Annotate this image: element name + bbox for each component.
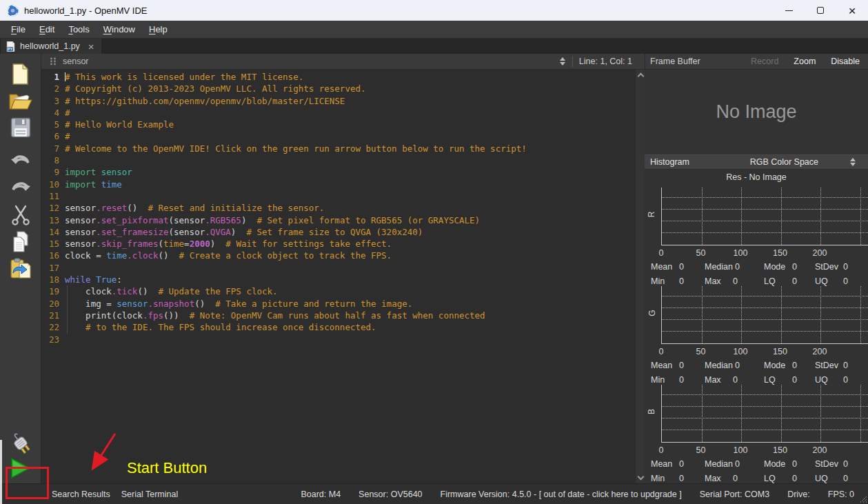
stat-cell: Min0 xyxy=(651,474,705,483)
color-space-spinner-icon[interactable] xyxy=(850,158,856,166)
status-sensor[interactable]: Sensor: OV5640 xyxy=(359,490,422,499)
editor-scrollbar[interactable] xyxy=(635,70,645,483)
disable-button[interactable]: Disable xyxy=(831,57,860,66)
line-col-indicator: Line: 1, Col: 1 xyxy=(579,57,632,66)
code-line: 13sensor.set_pixformat(sensor.RGB565) # … xyxy=(41,214,635,226)
window-title: helloworld_1.py - OpenMV IDE xyxy=(24,6,147,16)
code-text: clock.tick() # Update the FPS clock. xyxy=(65,285,278,297)
copy-icon xyxy=(11,231,30,253)
histogram-plot xyxy=(661,385,868,443)
gridline xyxy=(781,286,782,343)
search-results-button[interactable]: Search Results xyxy=(52,490,110,499)
stat-label: Mean xyxy=(651,459,677,469)
gridline xyxy=(702,286,703,343)
frame-buffer-view: No Image xyxy=(645,70,868,154)
stat-cell: LQ0 xyxy=(764,474,815,483)
cut-button[interactable] xyxy=(7,203,34,227)
line-number: 16 xyxy=(41,250,59,261)
menu-tools[interactable]: Tools xyxy=(61,22,96,37)
code-line: 9import sensor xyxy=(41,166,635,178)
gridline xyxy=(662,430,868,430)
resize-grip[interactable] xyxy=(860,496,867,503)
histogram-header: Histogram RGB Color Space xyxy=(645,154,868,170)
frame-buffer-title: Frame Buffer xyxy=(650,57,700,66)
code-text: # Hello World Example xyxy=(65,119,174,130)
gridline xyxy=(702,385,703,442)
histogram-resolution: Res - No Image xyxy=(645,170,868,185)
current-symbol-dropdown[interactable]: sensor xyxy=(63,57,89,66)
gridline xyxy=(662,232,868,233)
code-editor[interactable]: 1# This work is licensed under the MIT l… xyxy=(41,70,645,483)
code-line: 1# This work is licensed under the MIT l… xyxy=(41,71,635,83)
maximize-button[interactable] xyxy=(805,0,836,21)
stat-label: StDev xyxy=(815,262,841,272)
save-file-button[interactable] xyxy=(7,116,34,139)
openmv-logo-icon xyxy=(7,5,19,17)
stat-label: Median xyxy=(705,262,733,272)
stat-label: LQ xyxy=(764,474,790,483)
stat-label: Mean xyxy=(651,361,677,370)
gridline xyxy=(820,385,821,442)
symbol-spinner-icon[interactable] xyxy=(560,57,565,65)
line-number: 6 xyxy=(41,130,59,142)
stat-value: 0 xyxy=(792,459,797,469)
frame-buffer-header: Frame Buffer Record Zoom Disable xyxy=(645,54,868,69)
copy-button[interactable] xyxy=(7,230,34,254)
tab-close-icon[interactable]: × xyxy=(88,41,94,52)
stat-value: 0 xyxy=(792,474,797,483)
status-firmware[interactable]: Firmware Version: 4.5.0 - [ out of date … xyxy=(441,490,682,499)
status-board[interactable]: Board: M4 xyxy=(301,490,341,499)
zoom-button[interactable]: Zoom xyxy=(794,57,816,66)
scroll-down-icon[interactable] xyxy=(637,474,644,481)
code-line: 22 # to the IDE. The FPS should increase… xyxy=(41,321,635,333)
stat-cell: Mean0 xyxy=(651,361,705,370)
paste-button[interactable] xyxy=(7,257,34,281)
x-tick-label: 100 xyxy=(734,445,748,455)
menu-edit[interactable]: Edit xyxy=(32,22,61,37)
line-number: 10 xyxy=(41,179,59,190)
stat-label: Mode xyxy=(764,459,790,469)
x-tick-label: 200 xyxy=(813,248,827,258)
line-number: 13 xyxy=(41,214,59,226)
line-number: 23 xyxy=(41,334,59,345)
x-tick-label: 150 xyxy=(773,347,787,356)
menu-help[interactable]: Help xyxy=(142,22,174,37)
status-drive[interactable]: Drive: xyxy=(787,490,810,499)
plug-icon xyxy=(8,430,33,456)
gridline xyxy=(860,286,861,343)
serial-terminal-button[interactable]: Serial Terminal xyxy=(121,490,178,499)
new-file-button[interactable] xyxy=(7,62,34,85)
redo-button[interactable] xyxy=(7,177,34,200)
code-line: 11 xyxy=(41,190,635,202)
x-tick-label: 50 xyxy=(696,445,706,455)
histogram-channel-g: G050100150200Mean0Median0Mode0StDev0Min0… xyxy=(645,283,868,382)
x-tick-label: 0 xyxy=(659,445,664,455)
open-file-button[interactable] xyxy=(7,89,34,112)
tab-helloworld[interactable]: PY helloworld_1.py × xyxy=(1,39,101,54)
x-axis-ticks: 050100150200 xyxy=(661,445,868,456)
toolbar-divider xyxy=(572,57,573,67)
connect-button[interactable] xyxy=(7,432,34,455)
code-text: # Copyright (c) 2013-2023 OpenMV LLC. Al… xyxy=(65,83,366,94)
minimize-button[interactable] xyxy=(773,0,805,21)
gridline xyxy=(662,319,868,320)
menu-file[interactable]: File xyxy=(4,22,32,37)
x-axis-ticks: 050100150200 xyxy=(661,248,868,259)
code-text: # This work is licensed under the MIT li… xyxy=(65,71,303,83)
scroll-up-icon[interactable] xyxy=(637,73,644,80)
line-number: 5 xyxy=(41,119,59,130)
stat-label: UQ xyxy=(815,474,841,483)
menu-window[interactable]: Window xyxy=(97,22,142,37)
histogram-channel-b: B050100150200Mean0Median0Mode0StDev0Min0… xyxy=(645,382,868,481)
code-text: # to the IDE. The FPS should increase on… xyxy=(65,321,376,333)
stat-label: Mean xyxy=(651,262,677,272)
new-file-icon xyxy=(11,63,30,85)
close-button[interactable]: × xyxy=(836,0,868,21)
x-tick-label: 50 xyxy=(696,347,706,356)
no-image-placeholder: No Image xyxy=(716,101,796,123)
code-lines[interactable]: 1# This work is licensed under the MIT l… xyxy=(41,70,635,483)
undo-button[interactable] xyxy=(7,150,34,173)
stat-label: StDev xyxy=(815,459,841,469)
status-serial-port[interactable]: Serial Port: COM3 xyxy=(700,490,769,499)
color-space-dropdown[interactable]: RGB Color Space xyxy=(750,157,818,167)
